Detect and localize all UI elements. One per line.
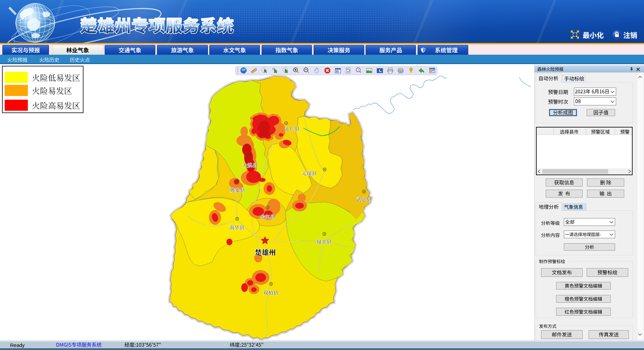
svg-text:?: ? [358, 68, 359, 71]
